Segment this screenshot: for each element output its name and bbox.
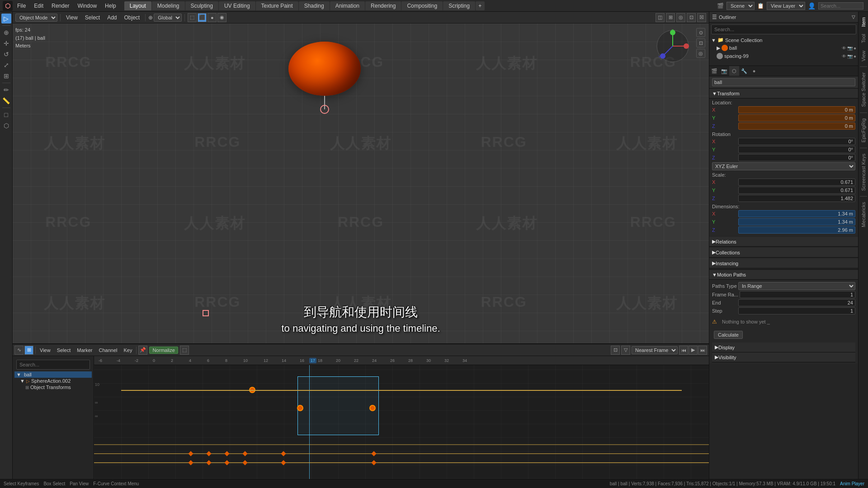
spacing-camera-icon[interactable]: 📷 bbox=[847, 54, 853, 59]
tab-item[interactable]: Item bbox=[860, 14, 867, 30]
menu-window[interactable]: Window bbox=[74, 2, 100, 10]
tab-screencast[interactable]: Screencast Keys bbox=[860, 150, 867, 195]
add-tool-2[interactable]: ⬡ bbox=[1, 121, 11, 131]
prop-tab-render[interactable]: 📷 bbox=[719, 66, 729, 76]
tab-uv[interactable]: UV Editing bbox=[219, 1, 255, 10]
scale-x-value[interactable]: 0.671 bbox=[738, 178, 855, 186]
viewport-add-menu[interactable]: Add bbox=[104, 14, 119, 21]
ball-tree-item[interactable]: ▶ ball 👁 📷 ● bbox=[709, 44, 858, 52]
prop-tab-object[interactable]: ⬡ bbox=[729, 66, 739, 76]
prop-tab-scene[interactable]: 🎬 bbox=[709, 66, 719, 76]
keyframes-area[interactable]: 10 ∞ ∞ bbox=[94, 365, 709, 479]
tab-shading[interactable]: Shading bbox=[299, 1, 330, 10]
tab-compositing[interactable]: Compositing bbox=[401, 1, 443, 10]
anim-channel-menu[interactable]: Channel bbox=[96, 347, 119, 353]
display-header[interactable]: ▶ Display bbox=[712, 343, 855, 352]
anim-tree-ball[interactable]: ▼ ball bbox=[14, 371, 92, 378]
select-tool[interactable]: ▷ bbox=[1, 14, 11, 23]
dim-y-value[interactable]: 1.34 m bbox=[738, 218, 855, 225]
object-mode-select[interactable]: Object Mode bbox=[15, 14, 57, 22]
anim-key-menu[interactable]: Key bbox=[121, 347, 134, 353]
xray-button[interactable]: ☒ bbox=[697, 13, 706, 22]
key-marker-10[interactable] bbox=[242, 451, 247, 456]
ball-camera-icon[interactable]: 📷 bbox=[847, 46, 853, 51]
wireframe-button[interactable]: ⬚ bbox=[188, 13, 197, 22]
key-marker-11[interactable] bbox=[281, 451, 286, 456]
snap-frame-button[interactable]: ⊡ bbox=[611, 346, 620, 355]
menu-render[interactable]: Render bbox=[48, 2, 73, 10]
visibility-header[interactable]: ▶ Visibility bbox=[712, 352, 855, 362]
measure-tool[interactable]: 📏 bbox=[1, 96, 11, 106]
next-frame-button[interactable]: ⏭ bbox=[698, 346, 707, 355]
viewport-select-menu[interactable]: Select bbox=[82, 14, 103, 21]
euler-mode-select[interactable]: XYZ Euler bbox=[712, 162, 855, 170]
annotate-tool[interactable]: ✏ bbox=[1, 85, 11, 95]
tab-view[interactable]: View bbox=[860, 47, 867, 65]
tab-modeling[interactable]: Modeling bbox=[152, 1, 185, 10]
tab-rendering[interactable]: Rendering bbox=[365, 1, 401, 10]
keyframe-2[interactable] bbox=[297, 405, 303, 411]
snap-button[interactable]: ⊡ bbox=[687, 13, 696, 22]
material-button[interactable]: ● bbox=[208, 13, 217, 22]
add-workspace-button[interactable]: + bbox=[476, 1, 485, 10]
top-search-input[interactable] bbox=[818, 2, 863, 9]
loc-x-value[interactable]: 0 m bbox=[738, 106, 855, 113]
nearest-frame-select[interactable]: Nearest Frame bbox=[632, 346, 678, 354]
overlay-button[interactable]: ◫ bbox=[656, 13, 665, 22]
proportional-button[interactable]: ◎ bbox=[676, 13, 685, 22]
collections-header[interactable]: ▶ Collections bbox=[709, 248, 858, 258]
key-marker-9[interactable] bbox=[224, 451, 229, 456]
menu-edit[interactable]: Edit bbox=[30, 2, 47, 10]
loc-y-value[interactable]: 0 m bbox=[738, 114, 855, 122]
spacing-render-icon[interactable]: ● bbox=[854, 54, 856, 59]
rendered-button[interactable]: ◉ bbox=[217, 13, 226, 22]
rotate-tool[interactable]: ↺ bbox=[1, 49, 11, 59]
key-marker-12[interactable] bbox=[371, 451, 376, 456]
prop-tab-material[interactable]: ● bbox=[749, 66, 759, 76]
paths-type-select[interactable]: In Range bbox=[738, 282, 855, 290]
frame-start-value[interactable]: 1 bbox=[740, 291, 855, 298]
viewport-object-menu[interactable]: Object bbox=[122, 14, 143, 21]
menu-file[interactable]: File bbox=[14, 2, 29, 10]
scene-select[interactable]: Scene bbox=[726, 2, 755, 10]
key-marker-3[interactable] bbox=[224, 460, 229, 465]
global-select[interactable]: Global bbox=[154, 14, 182, 22]
loc-z-value[interactable]: 0 m bbox=[738, 122, 855, 130]
key-marker-6[interactable] bbox=[371, 460, 376, 465]
scene-collection-item[interactable]: ▼ 📁 Scene Collection bbox=[709, 36, 858, 44]
tab-animation[interactable]: Animation bbox=[330, 1, 365, 10]
tab-sculpting[interactable]: Sculpting bbox=[185, 1, 218, 10]
outliner-search[interactable] bbox=[711, 24, 856, 34]
scale-y-value[interactable]: 0.671 bbox=[738, 187, 855, 194]
rot-x-value[interactable]: 0° bbox=[738, 138, 855, 145]
view-layer-select[interactable]: View Layer bbox=[767, 2, 805, 10]
anim-graph-button[interactable]: ∿ bbox=[14, 346, 24, 355]
blender-logo[interactable]: ⬡ bbox=[3, 1, 13, 11]
normalize-button[interactable]: Normalize bbox=[149, 347, 178, 354]
key-marker-5[interactable] bbox=[281, 460, 286, 465]
view-local-button[interactable]: ◎ bbox=[696, 49, 705, 58]
ball-render-icon[interactable]: ● bbox=[854, 46, 856, 51]
object-name-input[interactable] bbox=[712, 78, 855, 86]
tab-mecabricks[interactable]: Mecabricks bbox=[860, 198, 867, 231]
relations-header[interactable]: ▶ Relations bbox=[709, 237, 858, 247]
rot-z-value[interactable]: 0° bbox=[738, 154, 855, 161]
scale-tool[interactable]: ⤢ bbox=[1, 60, 11, 70]
transform-tool[interactable]: ⊞ bbox=[1, 71, 11, 81]
frame-end-value[interactable]: 24 bbox=[738, 299, 855, 306]
play-button[interactable]: ▶ bbox=[689, 346, 698, 355]
3d-viewport[interactable]: RRCG人人素材RRCG人人素材RRCG 人人素材RRCG人人素材RRCG人人素… bbox=[13, 23, 709, 343]
normalize-active-button[interactable]: ⬚ bbox=[180, 346, 189, 355]
key-marker-1[interactable] bbox=[188, 460, 193, 465]
transform-section-header[interactable]: ▼ Transform bbox=[709, 89, 858, 99]
prev-frame-button[interactable]: ⏮ bbox=[679, 346, 688, 355]
prop-tab-modifier[interactable]: 🔧 bbox=[739, 66, 749, 76]
tab-epicrig[interactable]: EpicFigRig bbox=[860, 115, 867, 146]
tab-texture[interactable]: Texture Paint bbox=[256, 1, 298, 10]
filter-button[interactable]: ▽ bbox=[621, 346, 630, 355]
instancing-header[interactable]: ▶ Instancing bbox=[709, 258, 858, 268]
anim-tree-action[interactable]: ▼ ▷ SphereAction.002 bbox=[14, 378, 92, 384]
menu-help[interactable]: Help bbox=[101, 2, 120, 10]
anim-search-input[interactable] bbox=[16, 360, 90, 370]
key-marker-8[interactable] bbox=[206, 451, 211, 456]
